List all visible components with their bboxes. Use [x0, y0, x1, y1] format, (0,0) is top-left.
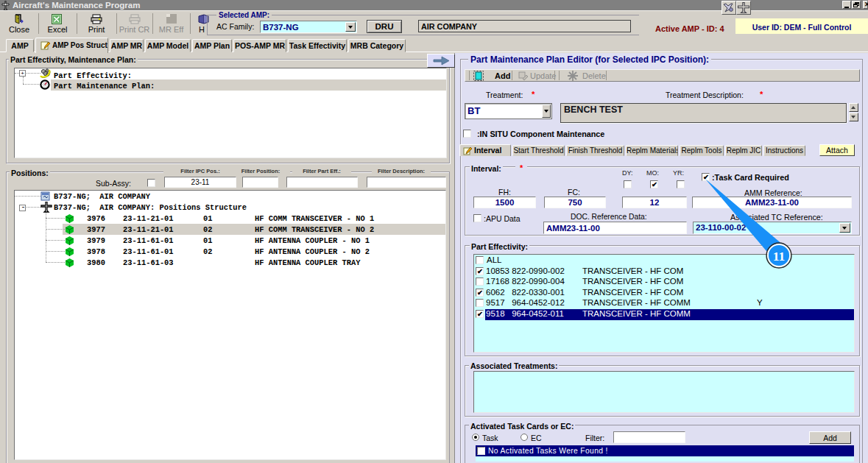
svg-text:11: 11 [773, 249, 786, 264]
